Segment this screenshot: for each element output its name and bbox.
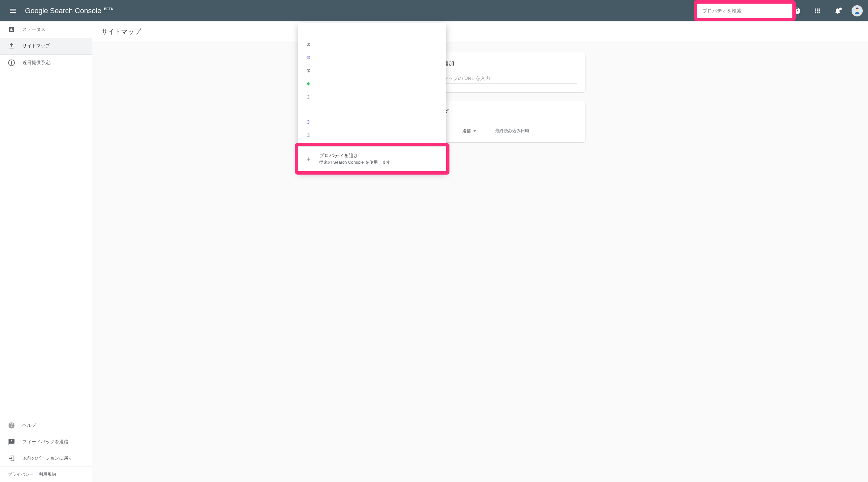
add-property-button[interactable]: ＋ プロパティを追加 従来の Search Console を使用します	[298, 146, 446, 171]
logo-beta-badge: BETA	[104, 7, 113, 11]
highlight-add-property: ＋ プロパティを追加 従来の Search Console を使用します	[295, 143, 450, 175]
sitemap-url-input[interactable]: ィトマップの URL を入力	[433, 73, 577, 84]
svg-rect-7	[308, 43, 308, 46]
notifications-button[interactable]	[831, 4, 844, 18]
sidebar-item-label: ステータス	[22, 27, 45, 33]
svg-rect-10	[308, 70, 308, 72]
logo-product-text: Search Console	[50, 7, 102, 15]
apps-button[interactable]	[811, 4, 824, 18]
sidebar-item-help[interactable]: ヘルプ	[0, 417, 92, 434]
main-content: サイトマップ 新しいサイトマップの追加 ィトマップの URL を入力 送信された…	[92, 21, 868, 482]
sidebar-item-status[interactable]: ステータス	[0, 21, 92, 38]
property-item[interactable]	[298, 90, 446, 103]
property-item[interactable]	[298, 103, 446, 115]
property-type-icon	[306, 68, 311, 73]
globe-icon	[306, 120, 311, 124]
upload-icon	[8, 42, 15, 50]
globe-icon	[306, 133, 311, 138]
property-item[interactable]	[298, 77, 446, 90]
apps-icon	[814, 7, 821, 14]
footer-terms-link[interactable]: 利用規約	[39, 472, 56, 477]
property-item[interactable]	[298, 128, 446, 142]
property-list	[298, 25, 446, 143]
feedback-icon	[8, 438, 15, 446]
avatar-icon	[852, 6, 862, 16]
footer-privacy-link[interactable]: プライバシー	[8, 472, 34, 477]
add-property-title: プロパティを追加	[319, 153, 391, 159]
add-property-labels: プロパティを追加 従来の Search Console を使用します	[319, 153, 391, 165]
hamburger-menu-button[interactable]	[5, 3, 21, 19]
sidebar: ステータス サイトマップ 近日提供予定... ヘルプ フィードバックを送信 以前…	[0, 21, 92, 482]
sidebar-item-feedback[interactable]: フィードバックを送信	[0, 434, 92, 450]
logo-google-text: Google	[25, 7, 48, 15]
property-item[interactable]	[298, 115, 446, 128]
col-last: 最終読み込み日時	[495, 128, 577, 134]
svg-rect-2	[10, 29, 10, 31]
property-item[interactable]	[298, 64, 446, 77]
property-item[interactable]	[298, 51, 446, 64]
page-title: サイトマップ	[101, 27, 141, 36]
col-sent-label: 送信	[462, 128, 471, 134]
sidebar-item-label: 近日提供予定...	[22, 60, 54, 66]
sidebar-item-sitemaps[interactable]: サイトマップ	[0, 38, 92, 54]
highlight-search	[694, 0, 796, 21]
sidebar-footer: プライバシー 利用規約	[0, 467, 92, 482]
svg-rect-4	[12, 30, 13, 31]
bell-icon	[834, 7, 841, 14]
app-bar: Google Search Console BETA	[0, 0, 868, 21]
sidebar-item-label: サイトマップ	[22, 43, 50, 49]
plus-icon: ＋	[305, 154, 312, 163]
sidebar-item-label: ヘルプ	[22, 422, 36, 428]
property-item[interactable]	[298, 38, 446, 51]
sidebar-item-label: フィードバックを送信	[22, 439, 68, 445]
hamburger-icon	[9, 7, 17, 15]
globe-icon	[306, 95, 311, 99]
property-search-container	[694, 0, 796, 21]
exit-icon	[8, 455, 15, 462]
page-title-bar: サイトマップ	[92, 21, 868, 42]
sidebar-item-coming-soon[interactable]: 近日提供予定...	[0, 55, 92, 71]
property-dropdown: ＋ プロパティを追加 従来の Search Console を使用します	[298, 23, 446, 171]
col-sent[interactable]: 送信	[462, 128, 495, 134]
svg-rect-3	[11, 28, 12, 31]
add-property-subtitle: 従来の Search Console を使用します	[319, 159, 391, 165]
appbar-actions	[790, 4, 863, 18]
sidebar-item-label: 以前のバージョンに戻す	[22, 455, 73, 461]
product-logo: Google Search Console BETA	[25, 7, 113, 15]
help-circle-icon	[8, 422, 15, 429]
sidebar-item-old-version[interactable]: 以前のバージョンに戻す	[0, 450, 92, 466]
property-item[interactable]	[298, 26, 446, 38]
barchart-icon	[8, 26, 15, 33]
diamond-icon	[306, 82, 311, 86]
account-avatar[interactable]	[851, 5, 863, 17]
property-search-input[interactable]	[697, 4, 793, 18]
property-type-icon	[306, 42, 311, 47]
globe-icon	[306, 55, 311, 60]
info-icon	[8, 59, 15, 66]
arrow-down-icon	[472, 128, 477, 133]
